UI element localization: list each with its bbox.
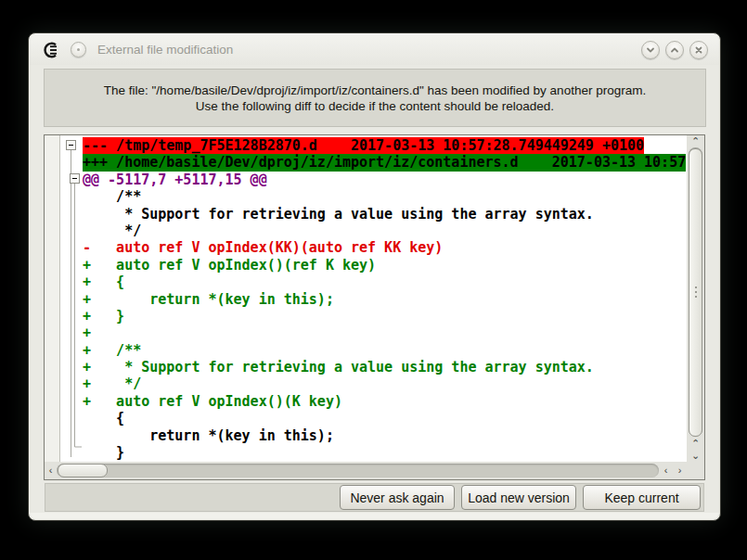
load-new-version-button[interactable]: Load new version (461, 485, 576, 510)
vertical-scrollbar-thumb[interactable] (689, 148, 702, 437)
diff-view: --- /tmp/temp_7F5E128B2870.d 2017-03-13 … (44, 134, 705, 480)
window-controls (641, 41, 708, 59)
diff-line[interactable]: return *(key in this); (45, 427, 687, 444)
diff-line[interactable]: } (45, 444, 687, 461)
scroll-left-icon[interactable]: ‹ (659, 462, 673, 479)
diff-line[interactable]: + */ (45, 375, 687, 392)
diff-line[interactable]: + { (45, 274, 687, 290)
scrollbar-corner (687, 462, 704, 479)
diff-line[interactable]: * Support for retrieving a value using t… (45, 206, 687, 223)
diff-line[interactable]: + (45, 325, 687, 341)
minimize-button[interactable] (641, 41, 660, 59)
desktop-background: External file modification (0, 0, 747, 560)
diff-line[interactable]: +++ /home/basile/Dev/dproj/iz/import/iz/… (45, 154, 687, 171)
vertical-scrollbar[interactable]: ⌃ ⌃ ⌄ (687, 135, 704, 462)
window-title: External file modification (97, 43, 641, 57)
horizontal-scrollbar[interactable]: ‹ ‹ › (45, 462, 687, 479)
horizontal-scrollbar-thumb[interactable] (58, 464, 108, 477)
window-bottom-bezel (30, 513, 719, 519)
message-line-2: Use the following diff to decide if the … (196, 98, 554, 114)
chevron-down-icon (644, 44, 657, 57)
diff-line[interactable]: + * Support for retrieving a value using… (45, 359, 687, 375)
window-menu-button[interactable] (71, 42, 86, 57)
diff-line[interactable]: + auto ref V opIndex()(ref K key) (45, 257, 687, 274)
diff-viewport: --- /tmp/temp_7F5E128B2870.d 2017-03-13 … (45, 135, 687, 462)
diff-line[interactable]: + } (45, 308, 687, 325)
dialog-window: External file modification (28, 32, 721, 521)
scroll-up-icon[interactable]: ⌃ (687, 438, 704, 450)
scroll-right-icon[interactable]: › (673, 462, 687, 479)
diff-line[interactable]: + return *(key in this); (45, 291, 687, 308)
message-panel: The file: "/home/basile/Dev/dproj/iz/imp… (44, 69, 706, 127)
diff-line[interactable]: --- /tmp/temp_7F5E128B2870.d 2017-03-13 … (45, 137, 687, 154)
scroll-up-icon[interactable]: ⌃ (687, 135, 704, 147)
diff-line[interactable]: - auto ref V opIndex(KK)(auto ref KK key… (45, 239, 687, 256)
button-panel: Never ask again Load new version Keep cu… (45, 483, 704, 512)
message-line-1: The file: "/home/basile/Dev/dproj/iz/imp… (104, 83, 646, 98)
diff-rows: --- /tmp/temp_7F5E128B2870.d 2017-03-13 … (45, 137, 687, 461)
maximize-button[interactable] (665, 41, 684, 59)
horizontal-scrollbar-trough[interactable] (57, 464, 659, 477)
close-icon (692, 44, 705, 57)
chevron-up-icon (668, 44, 681, 57)
diff-line[interactable]: + auto ref V opIndex()(K key) (45, 393, 687, 410)
coedit-logo-icon (43, 41, 61, 59)
fold-toggle[interactable] (66, 140, 76, 150)
scroll-left-icon[interactable]: ‹ (45, 462, 57, 479)
diff-line[interactable]: */ (45, 223, 687, 239)
diff-line[interactable]: + /** (45, 342, 687, 359)
close-button[interactable] (689, 41, 708, 59)
diff-line[interactable]: /** (45, 188, 687, 205)
scrollbar-grip (695, 286, 697, 299)
diff-line[interactable]: { (45, 410, 687, 426)
diff-line[interactable]: @@ -5117,7 +5117,15 @@ (45, 172, 687, 188)
scroll-down-icon[interactable]: ⌄ (687, 450, 704, 462)
menu-dot-icon (77, 48, 80, 51)
fold-toggle[interactable] (70, 173, 80, 184)
never-ask-again-button[interactable]: Never ask again (340, 485, 455, 510)
keep-current-button[interactable]: Keep current (583, 485, 701, 510)
titlebar[interactable]: External file modification (30, 34, 719, 65)
